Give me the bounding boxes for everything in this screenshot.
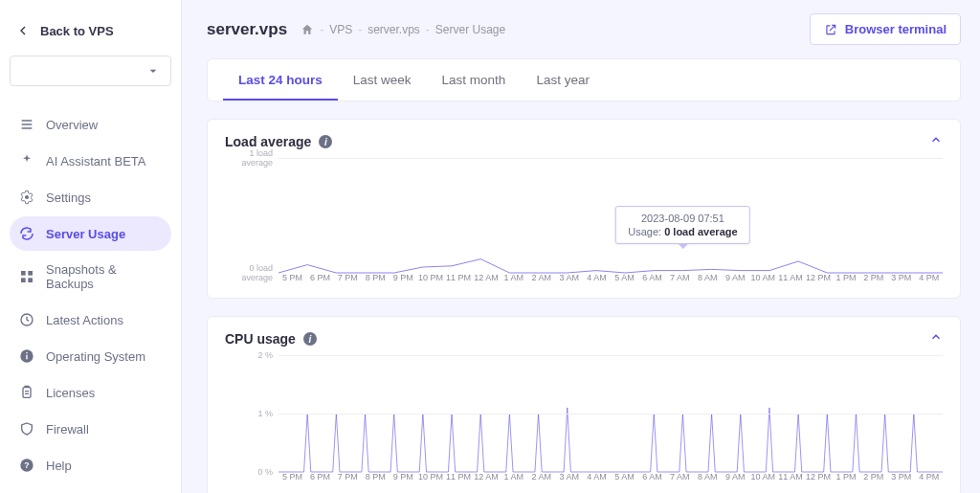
sidebar-item-label: Latest Actions	[46, 313, 123, 327]
back-to-vps-label: Back to VPS	[40, 24, 114, 38]
x-tick-label: 11 PM	[445, 273, 473, 282]
page-title: server.vps	[207, 20, 287, 39]
breadcrumb-item[interactable]: server.vps	[368, 23, 420, 36]
sparkle-icon	[19, 153, 34, 168]
sidebar-item-label: Server Usage	[46, 227, 125, 241]
sidebar-item-settings[interactable]: Settings	[10, 180, 171, 214]
grid-line	[278, 355, 943, 356]
browser-terminal-label: Browser terminal	[845, 22, 947, 36]
browser-terminal-button[interactable]: Browser terminal	[810, 13, 961, 45]
sidebar-item-os[interactable]: Operating System	[10, 339, 171, 373]
x-tick-label: 5 AM	[611, 273, 638, 282]
sidebar-item-firewall[interactable]: Firewall	[10, 412, 171, 446]
x-tick-label: 5 AM	[611, 472, 638, 482]
svg-rect-2	[28, 271, 33, 276]
cpu-usage-chart[interactable]: 2 %1 %0 %	[278, 355, 943, 472]
arrow-left-icon	[15, 23, 31, 38]
collapse-button[interactable]	[929, 133, 943, 150]
tab-last-month[interactable]: Last month	[427, 59, 522, 101]
sidebar-item-label: Help	[46, 459, 72, 473]
x-tick-label: 10 AM	[749, 472, 777, 482]
list-icon	[19, 117, 34, 132]
x-tick-label: 12 PM	[805, 472, 833, 482]
sidebar-item-server-usage[interactable]: Server Usage	[10, 216, 171, 251]
sidebar-item-ai-assistant[interactable]: AI Assistant BETA	[10, 144, 171, 178]
sidebar: Back to VPS Overview AI Assistant BETA S…	[0, 0, 182, 493]
x-tick-label: 7 PM	[334, 273, 362, 282]
sidebar-item-help[interactable]: ? Help	[10, 448, 171, 482]
y-tick-label: 0 load average	[225, 263, 273, 282]
back-to-vps-link[interactable]: Back to VPS	[10, 13, 171, 56]
tooltip-usage-prefix: Usage:	[628, 226, 661, 237]
breadcrumb-item: Server Usage	[435, 23, 505, 36]
info-icon[interactable]: i	[319, 135, 332, 148]
x-tick-label: 1 AM	[500, 472, 527, 482]
grid-icon	[19, 269, 34, 284]
x-tick-label: 7 AM	[666, 472, 694, 482]
x-tick-label: 12 PM	[805, 273, 833, 282]
svg-rect-3	[21, 278, 26, 282]
x-tick-label: 6 PM	[306, 472, 334, 482]
y-tick-label: 1 %	[225, 409, 273, 418]
x-tick-label: 4 PM	[915, 273, 943, 282]
x-tick-label: 12 AM	[472, 472, 500, 482]
time-range-tabs-card: Last 24 hours Last week Last month Last …	[207, 58, 961, 101]
svg-rect-7	[26, 355, 27, 360]
x-tick-label: 5 PM	[278, 472, 306, 482]
svg-point-0	[25, 195, 29, 199]
sidebar-item-label: Licenses	[46, 386, 95, 400]
x-tick-label: 8 AM	[694, 472, 722, 482]
time-range-tabs: Last 24 hours Last week Last month Last …	[208, 59, 960, 101]
chart-title: Load average	[225, 134, 311, 149]
x-tick-label: 9 AM	[722, 273, 749, 282]
sidebar-item-label: Overview	[46, 118, 98, 132]
info-icon	[19, 348, 34, 364]
grid-line	[278, 158, 943, 159]
x-tick-label: 11 AM	[777, 472, 805, 482]
grid-line	[278, 414, 943, 415]
x-tick-label: 9 AM	[722, 472, 749, 482]
sidebar-item-label: Operating System	[46, 349, 145, 364]
x-axis-labels: 5 PM6 PM7 PM8 PM9 PM10 PM11 PM12 AM1 AM2…	[278, 472, 943, 482]
x-tick-label: 7 PM	[334, 472, 362, 482]
x-tick-label: 8 AM	[694, 273, 722, 282]
chart-title: CPU usage	[225, 331, 296, 347]
x-tick-label: 6 AM	[638, 472, 666, 482]
top-bar: server.vps - VPS - server.vps - Server U…	[207, 13, 961, 45]
shield-icon	[19, 421, 34, 437]
x-tick-label: 1 PM	[832, 273, 859, 282]
y-tick-label: 0 %	[225, 467, 273, 477]
info-icon[interactable]: i	[303, 332, 317, 346]
x-tick-label: 6 PM	[306, 273, 334, 282]
x-tick-label: 3 PM	[887, 273, 915, 282]
x-tick-label: 8 PM	[362, 273, 390, 282]
x-tick-label: 1 PM	[832, 472, 859, 482]
x-tick-label: 3 AM	[555, 472, 583, 482]
sidebar-item-latest-actions[interactable]: Latest Actions	[10, 303, 171, 337]
sidebar-item-overview[interactable]: Overview	[10, 107, 171, 142]
tooltip-usage-value: 0 load average	[664, 226, 737, 237]
svg-rect-8	[26, 352, 27, 353]
load-average-card: Load average i 2023-08-09 07:51 Usage: 0…	[207, 119, 961, 299]
server-select-dropdown[interactable]	[10, 56, 171, 86]
sidebar-item-snapshots[interactable]: Snapshots & Backups	[10, 253, 171, 301]
gear-icon	[19, 190, 34, 205]
sidebar-item-licenses[interactable]: Licenses	[10, 375, 171, 410]
x-tick-label: 8 PM	[362, 472, 390, 482]
caret-down-icon	[145, 63, 161, 78]
home-icon[interactable]	[301, 23, 314, 36]
collapse-button[interactable]	[929, 330, 943, 347]
x-tick-label: 9 PM	[390, 472, 417, 482]
x-tick-label: 2 AM	[527, 472, 555, 482]
tab-last-year[interactable]: Last year	[521, 59, 605, 101]
tab-last-24-hours[interactable]: Last 24 hours	[223, 59, 338, 101]
x-tick-label: 2 PM	[859, 273, 887, 282]
sidebar-item-label: Firewall	[46, 422, 89, 437]
x-tick-label: 10 PM	[417, 472, 445, 482]
load-average-chart[interactable]: 2023-08-09 07:51 Usage: 0 load average 1…	[278, 158, 943, 273]
cpu-usage-card: CPU usage i 2 %1 %0 % 5 PM6 PM7 PM8 PM9 …	[207, 316, 961, 493]
x-tick-label: 4 AM	[583, 472, 611, 482]
x-tick-label: 2 AM	[527, 273, 555, 282]
tab-last-week[interactable]: Last week	[338, 59, 427, 101]
breadcrumb-item[interactable]: VPS	[329, 23, 352, 36]
